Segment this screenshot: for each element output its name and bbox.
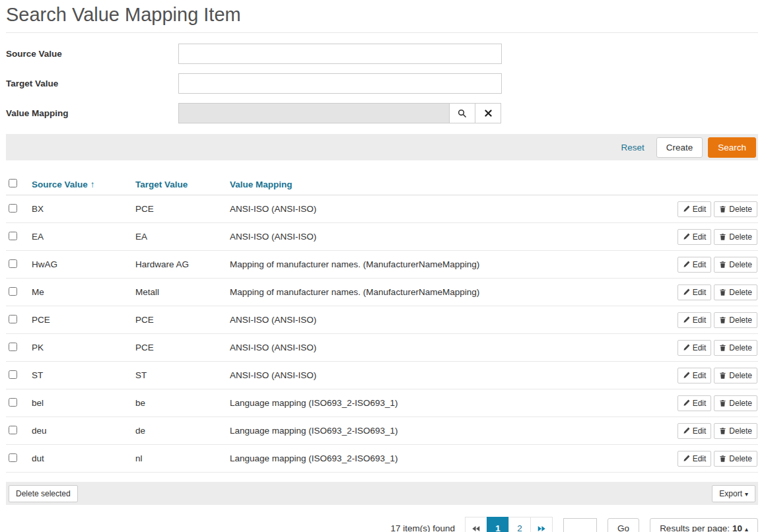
pencil-icon [683, 372, 690, 379]
table-row: PK PCE ANSI-ISO (ANSI-ISO) Edit Delete [6, 334, 758, 362]
delete-selected-button[interactable]: Delete selected [9, 485, 78, 502]
edit-button-label: Edit [693, 399, 707, 408]
delete-button[interactable]: Delete [714, 395, 757, 411]
row-actions: Edit Delete [671, 340, 758, 356]
row-checkbox-cell [6, 426, 32, 436]
trash-icon [719, 233, 726, 241]
row-checkbox[interactable] [9, 398, 17, 407]
cell-source-value: BX [32, 204, 135, 214]
cell-target-value: Metall [135, 287, 230, 297]
cell-source-value: Me [32, 287, 135, 297]
row-checkbox[interactable] [9, 259, 17, 268]
trash-icon [719, 205, 726, 213]
results-per-page-label: Results per page: [660, 523, 730, 532]
pager: 12 [466, 517, 553, 532]
column-header-source-value[interactable]: Source Value↑ [32, 180, 135, 189]
reset-link[interactable]: Reset [621, 143, 644, 152]
edit-button-label: Edit [693, 426, 707, 436]
row-checkbox[interactable] [9, 204, 17, 213]
cell-target-value: de [135, 426, 230, 436]
value-mapping-clear-button[interactable] [475, 103, 501, 123]
edit-button[interactable]: Edit [677, 257, 712, 273]
delete-button[interactable]: Delete [714, 312, 757, 328]
column-header-value-mapping[interactable]: Value Mapping [230, 180, 671, 189]
go-button[interactable]: Go [608, 518, 639, 532]
edit-button-label: Edit [693, 371, 707, 380]
value-mapping-search-button[interactable] [449, 103, 475, 123]
trash-icon [719, 288, 726, 296]
trash-icon [719, 372, 726, 380]
cell-source-value: HwAG [32, 259, 135, 269]
last-page-button[interactable] [530, 517, 553, 532]
row-checkbox[interactable] [9, 453, 17, 462]
export-button-label: Export [719, 489, 742, 498]
row-checkbox[interactable] [9, 343, 17, 351]
delete-button[interactable]: Delete [714, 229, 757, 245]
export-button[interactable]: Export▾ [712, 485, 755, 502]
rewind-icon [471, 524, 481, 532]
column-header-source-label: Source Value [32, 180, 88, 189]
row-actions: Edit Delete [671, 451, 758, 467]
source-value-input[interactable] [178, 44, 502, 64]
row-checkbox[interactable] [9, 370, 17, 379]
row-checkbox-cell [6, 232, 32, 242]
source-value-label: Source Value [6, 49, 178, 59]
column-header-mapping-label: Value Mapping [230, 180, 293, 189]
target-value-label: Target Value [6, 79, 178, 88]
cell-source-value: bel [32, 398, 135, 408]
edit-button[interactable]: Edit [677, 395, 712, 411]
delete-button[interactable]: Delete [714, 423, 757, 439]
row-actions: Edit Delete [671, 257, 758, 273]
create-button[interactable]: Create [656, 137, 703, 158]
row-checkbox[interactable] [9, 315, 17, 323]
edit-button[interactable]: Edit [677, 201, 712, 217]
caret-up-icon: ▴ [745, 525, 748, 532]
row-checkbox[interactable] [9, 426, 17, 434]
delete-button[interactable]: Delete [714, 340, 757, 356]
edit-button[interactable]: Edit [677, 423, 712, 439]
edit-button[interactable]: Edit [677, 451, 712, 467]
delete-button[interactable]: Delete [714, 368, 757, 383]
row-checkbox[interactable] [9, 287, 17, 296]
cell-target-value: PCE [135, 315, 230, 325]
delete-button[interactable]: Delete [714, 257, 757, 273]
select-all-checkbox[interactable] [9, 179, 17, 187]
delete-button-label: Delete [729, 399, 752, 408]
edit-button[interactable]: Edit [677, 312, 712, 328]
cell-source-value: PCE [32, 315, 135, 325]
search-button[interactable]: Search [708, 137, 756, 158]
delete-button-label: Delete [729, 288, 752, 297]
results-per-page-button[interactable]: Results per page:10▴ [650, 518, 758, 532]
delete-button[interactable]: Delete [714, 451, 757, 467]
edit-button[interactable]: Edit [677, 340, 712, 356]
pencil-icon [683, 427, 690, 434]
pencil-icon [683, 288, 690, 296]
cell-value-mapping: Mapping of manufacturer names. (Manufact… [230, 287, 671, 297]
pencil-icon [683, 316, 690, 323]
page-button-2[interactable]: 2 [508, 517, 531, 532]
value-mapping-label: Value Mapping [6, 108, 178, 118]
column-header-target-value[interactable]: Target Value [135, 180, 230, 189]
goto-page-input[interactable] [563, 518, 597, 532]
target-value-input[interactable] [178, 73, 502, 94]
page-button-1[interactable]: 1 [487, 517, 509, 532]
edit-button[interactable]: Edit [677, 284, 712, 300]
first-page-button[interactable] [465, 517, 487, 532]
edit-button-label: Edit [693, 260, 707, 269]
trash-icon [719, 261, 726, 269]
edit-button[interactable]: Edit [677, 368, 712, 383]
row-checkbox-cell [6, 315, 32, 325]
value-mapping-input[interactable] [178, 103, 450, 123]
row-checkbox[interactable] [9, 232, 17, 240]
row-actions: Edit Delete [671, 423, 758, 439]
delete-button[interactable]: Delete [714, 201, 757, 217]
table-row: PCE PCE ANSI-ISO (ANSI-ISO) Edit Delete [6, 306, 758, 334]
fast-forward-icon [537, 524, 546, 532]
sort-asc-icon: ↑ [90, 180, 95, 189]
cell-target-value: be [135, 398, 230, 408]
delete-button[interactable]: Delete [714, 284, 757, 300]
row-checkbox-cell [6, 398, 32, 409]
delete-button-label: Delete [729, 343, 752, 352]
edit-button[interactable]: Edit [677, 229, 712, 245]
pagination-bar: 17 item(s) found 12 Go Results per page:… [6, 517, 758, 532]
